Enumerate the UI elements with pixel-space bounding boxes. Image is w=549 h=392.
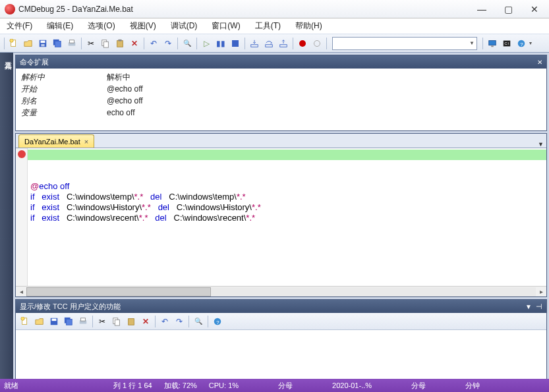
svg-rect-8	[70, 40, 74, 42]
stop-icon[interactable]	[229, 37, 242, 50]
menu-options[interactable]: 选项(O)	[85, 19, 117, 33]
step-over-icon[interactable]	[262, 37, 275, 50]
paste-icon[interactable]	[113, 37, 127, 50]
record-disabled-icon[interactable]	[310, 37, 324, 50]
kv-key: 别名	[21, 96, 107, 107]
separator	[177, 38, 178, 49]
step-into-icon[interactable]	[248, 37, 261, 50]
editor-tab[interactable]: DaYanZai.Me.bat ×	[18, 134, 94, 148]
find-icon[interactable]: 🔍	[181, 37, 194, 50]
kv-value: @echo off	[107, 96, 143, 105]
open-icon[interactable]	[22, 37, 35, 50]
status-load: 加载: 72%	[164, 381, 197, 391]
open-icon[interactable]	[33, 315, 46, 328]
menu-view[interactable]: 视图(V)	[127, 19, 159, 33]
redo-icon[interactable]: ↷	[161, 37, 175, 50]
kv-key: 变量	[21, 107, 107, 119]
svg-rect-11	[117, 40, 123, 47]
undo-icon[interactable]: ↶	[158, 315, 171, 328]
menu-edit[interactable]: 编辑(E)	[44, 19, 76, 33]
new-icon[interactable]	[7, 37, 20, 50]
cut-icon[interactable]: ✂	[84, 37, 98, 50]
redo-icon[interactable]: ↷	[173, 315, 186, 328]
menu-debug[interactable]: 调试(D)	[168, 19, 200, 33]
main-toolbar: ✂ ✕ ↶ ↷ 🔍 ▷ ▮▮ ▼ C:\ ? ▾	[0, 34, 549, 53]
menu-window[interactable]: 窗口(W)	[209, 19, 243, 33]
separator	[155, 316, 156, 327]
menu-help[interactable]: 帮助(H)	[293, 19, 325, 33]
console-icon[interactable]: C:\	[500, 37, 513, 50]
undo-icon[interactable]: ↶	[147, 37, 160, 50]
scroll-left-icon[interactable]: ◂	[16, 288, 26, 295]
kv-row: 别名@echo off	[21, 95, 541, 107]
svg-rect-12	[118, 39, 121, 41]
run-icon[interactable]: ▷	[200, 37, 213, 50]
current-line-highlight	[28, 150, 546, 160]
svg-text:?: ?	[216, 319, 219, 325]
saveall-icon[interactable]	[62, 315, 75, 328]
save-icon[interactable]	[36, 37, 49, 50]
record-icon[interactable]	[296, 37, 309, 50]
menu-tools[interactable]: 工具(T)	[252, 19, 283, 33]
horizontal-scrollbar[interactable]: ◂ ▸	[16, 286, 546, 296]
svg-rect-10	[103, 42, 108, 47]
maximize-button[interactable]: ▢	[495, 2, 521, 16]
separator	[196, 38, 197, 49]
delete-icon[interactable]: ✕	[128, 37, 141, 50]
new-icon[interactable]	[18, 315, 32, 328]
svg-rect-25	[52, 318, 57, 321]
chevron-down-icon[interactable]: ▾	[529, 40, 532, 46]
breakpoint-icon[interactable]	[18, 150, 26, 158]
pin-icon[interactable]: ⊣	[536, 302, 542, 311]
panel-header: 命令扩展 ✕	[16, 55, 546, 69]
svg-rect-29	[81, 318, 86, 320]
svg-point-23	[21, 317, 24, 320]
command-combo[interactable]: ▼	[332, 37, 477, 50]
scroll-right-icon[interactable]: ▸	[536, 288, 546, 295]
help-icon[interactable]: ?	[515, 37, 528, 50]
monitor-icon[interactable]	[486, 37, 499, 50]
status-date: 2020-01-..%	[332, 381, 372, 389]
scroll-track[interactable]	[26, 287, 536, 296]
close-button[interactable]: ✕	[521, 2, 548, 16]
step-out-icon[interactable]	[277, 37, 290, 50]
kv-value: 解析中	[107, 72, 130, 83]
save-icon[interactable]	[47, 315, 61, 328]
editor-tabstrip: DaYanZai.Me.bat × ▼	[16, 134, 546, 148]
chevron-down-icon[interactable]: ▼	[538, 141, 544, 148]
titlebar: CMDebug 25 - DaYanZai.Me.bat — ▢ ✕	[0, 0, 549, 18]
saveall-icon[interactable]	[51, 37, 64, 50]
code-editor[interactable]: @echo offif exist C:\windows\temp\*.* de…	[16, 148, 546, 286]
print-icon[interactable]	[65, 37, 78, 50]
svg-rect-27	[67, 319, 72, 325]
close-icon[interactable]: ×	[84, 138, 88, 146]
command-extension-panel: 命令扩展 ✕ 解析中解析中开始@echo off别名@echo off变量ech…	[15, 55, 547, 131]
svg-rect-32	[129, 318, 134, 325]
separator	[4, 38, 5, 49]
code-area[interactable]: @echo offif exist C:\windows\temp\*.* de…	[28, 148, 546, 286]
paste-icon[interactable]	[125, 315, 138, 328]
status-position: 列 1 行 1 64	[113, 381, 152, 391]
separator	[326, 38, 327, 49]
copy-icon[interactable]	[110, 315, 123, 328]
cut-icon[interactable]: ✂	[96, 315, 109, 328]
scroll-thumb[interactable]	[26, 287, 211, 296]
svg-rect-15	[280, 44, 287, 47]
menu-file[interactable]: 文件(F)	[4, 19, 35, 33]
kv-row: 解析中解析中	[21, 71, 541, 83]
status-field-2: 分母	[411, 381, 426, 391]
find-icon[interactable]: 🔍	[192, 315, 205, 328]
app-icon	[5, 4, 15, 14]
copy-icon[interactable]	[99, 37, 112, 50]
separator	[245, 38, 245, 49]
minimize-button[interactable]: —	[469, 2, 495, 16]
chevron-down-icon[interactable]: ▼	[525, 303, 532, 310]
toolbox-sidebar[interactable]: 工具箱	[0, 53, 13, 392]
delete-icon[interactable]: ✕	[139, 315, 152, 328]
svg-point-1	[10, 39, 13, 42]
close-icon[interactable]: ✕	[537, 59, 542, 66]
print-icon[interactable]	[76, 315, 90, 328]
help-icon[interactable]: ?	[211, 315, 224, 328]
pause-icon[interactable]: ▮▮	[214, 37, 227, 50]
svg-rect-31	[115, 320, 119, 325]
